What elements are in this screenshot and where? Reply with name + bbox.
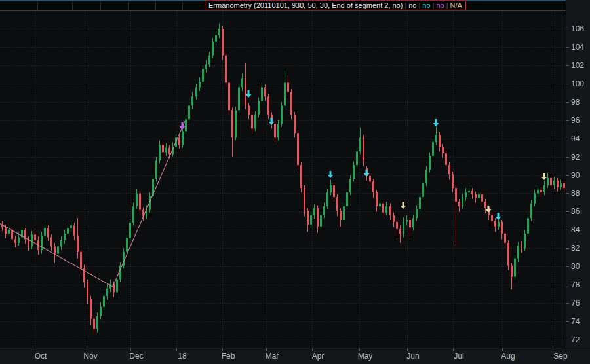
time-axis-label: Oct <box>30 352 52 361</box>
price-axis-tick <box>566 157 569 158</box>
time-axis-tick <box>359 348 360 351</box>
study-value: N/A <box>450 1 462 9</box>
toolbar-separator <box>72 2 73 10</box>
time-axis-label: Jul <box>448 352 470 361</box>
toolbar-separator <box>155 2 156 10</box>
time-axis-label: Nov <box>79 352 102 361</box>
study-value-separator: | <box>416 1 422 9</box>
price-axis-label: 88 <box>571 189 589 198</box>
time-axis-tick <box>407 348 408 351</box>
price-axis-label: 106 <box>571 24 589 33</box>
price-axis-tick <box>566 321 569 322</box>
price-axis-label: 98 <box>571 98 589 107</box>
price-axis-tick <box>566 120 569 121</box>
price-axis-label: 100 <box>571 79 589 88</box>
price-axis-label: 102 <box>571 61 589 70</box>
price-axis-tick <box>566 29 569 29</box>
time-axis-tick <box>555 348 555 351</box>
time-axis-tick <box>266 348 267 351</box>
study-label-text: Ermanometry (20110101, 930, 50, 30, End … <box>208 1 403 9</box>
time-axis-tick <box>222 348 223 351</box>
time-axis-tick <box>502 348 503 351</box>
study-value-separator: | <box>444 1 450 9</box>
time-axis-label: Sep <box>549 352 572 361</box>
time-axis-label: Apr <box>307 352 329 361</box>
price-axis-tick <box>566 102 569 103</box>
time-axis-tick <box>453 348 454 351</box>
time-axis[interactable]: OctNovDec18FebMarAprMayJunJulAugSep <box>0 348 590 364</box>
price-axis-tick <box>566 47 569 48</box>
study-label[interactable]: Ermanometry (20110101, 930, 50, 30, End … <box>205 1 466 10</box>
price-axis-tick <box>566 340 569 340</box>
study-value: no <box>436 1 444 9</box>
price-axis-tick <box>566 84 569 84</box>
time-axis-label: Jun <box>402 352 424 361</box>
toolbar-separator <box>37 2 38 10</box>
time-axis-tick <box>176 348 177 351</box>
toolbar-separator <box>128 2 129 10</box>
price-axis-tick <box>566 303 569 304</box>
toolbar-separator <box>100 2 101 10</box>
price-axis[interactable]: 1061041021009896949290888684828078767472 <box>566 0 590 348</box>
price-axis-label: 78 <box>571 280 589 289</box>
price-axis-label: 92 <box>571 153 589 162</box>
time-axis-label: 18 <box>171 352 193 361</box>
time-axis-label: May <box>354 352 376 361</box>
price-axis-label: 94 <box>571 134 589 143</box>
time-axis-label: Mar <box>261 352 283 361</box>
price-axis-tick <box>566 193 569 194</box>
price-axis-tick <box>566 230 569 230</box>
price-axis-label: 86 <box>571 207 589 216</box>
price-chart-canvas[interactable] <box>0 11 566 348</box>
price-axis-label: 90 <box>571 171 589 180</box>
study-values: |no|no|no|N/A <box>403 1 462 9</box>
charting-app-window: Ermanometry (20110101, 930, 50, 30, End … <box>0 0 590 364</box>
price-axis-label: 76 <box>571 299 589 308</box>
time-axis-tick <box>130 348 131 351</box>
price-axis-tick <box>566 211 569 212</box>
time-axis-label: Dec <box>125 352 148 361</box>
price-axis-tick <box>566 266 569 267</box>
time-axis-label: Aug <box>497 352 519 361</box>
study-value: no <box>408 1 416 9</box>
time-axis-tick <box>312 348 313 351</box>
price-axis-label: 82 <box>571 244 589 253</box>
time-axis-label: Feb <box>217 352 239 361</box>
price-axis-tick <box>566 65 569 66</box>
time-axis-tick <box>35 348 35 351</box>
price-axis-tick <box>566 175 569 176</box>
toolbar-separator <box>182 2 183 10</box>
time-axis-tick <box>85 348 85 351</box>
price-axis-label: 74 <box>571 317 589 326</box>
price-axis-tick <box>566 139 569 139</box>
price-axis-label: 84 <box>571 225 589 234</box>
price-axis-label: 72 <box>571 335 589 344</box>
study-value-separator: | <box>403 1 408 9</box>
price-axis-label: 80 <box>571 262 589 271</box>
study-value: no <box>422 1 430 9</box>
price-axis-label: 96 <box>571 116 589 125</box>
price-axis-tick <box>566 248 569 249</box>
price-axis-tick <box>566 285 569 285</box>
price-axis-label: 104 <box>571 43 589 52</box>
chart-plot-area[interactable] <box>0 11 566 348</box>
